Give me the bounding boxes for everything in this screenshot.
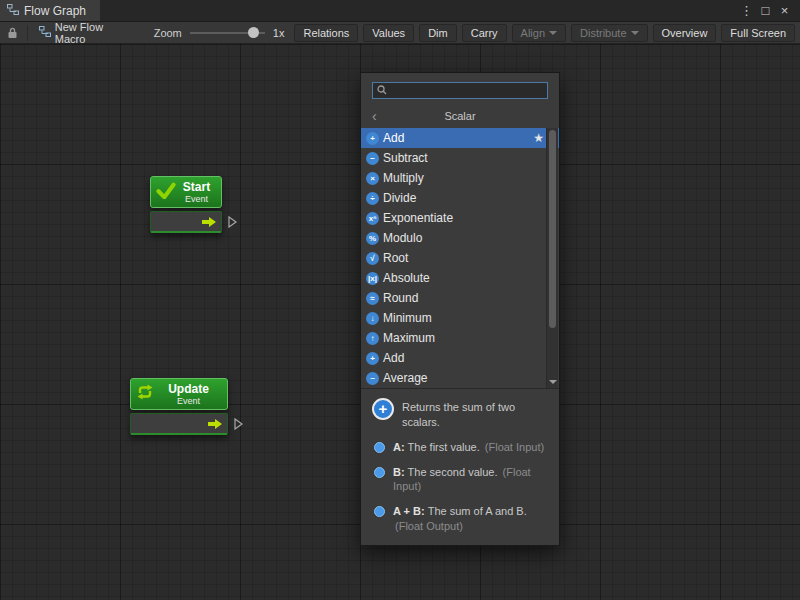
toolbar-separator	[27, 25, 28, 41]
dim-button[interactable]: Dim	[419, 24, 457, 42]
back-chevron-icon[interactable]: ‹	[372, 110, 377, 122]
multiply-icon: ×	[366, 172, 379, 185]
flow-graph-icon	[7, 4, 19, 18]
scroll-down-icon[interactable]	[547, 376, 558, 388]
macro-name-button[interactable]: New Flow Macro	[35, 21, 123, 45]
absolute-icon: |x|	[366, 272, 379, 285]
node-start-ports[interactable]	[150, 211, 222, 233]
zoom-value: 1x	[273, 27, 285, 39]
fullscreen-button[interactable]: Full Screen	[721, 24, 795, 42]
macro-name-label: New Flow Macro	[55, 21, 119, 45]
description-panel: + Returns the sum of two scalars. A:The …	[361, 388, 559, 545]
graph-toolbar: New Flow Macro Zoom 1x Relations Values …	[0, 22, 800, 44]
round-icon: ≈	[366, 292, 379, 305]
output-trigger-port[interactable]	[228, 216, 237, 228]
zoom-slider[interactable]	[190, 24, 265, 42]
tab-flow-graph[interactable]: Flow Graph	[0, 0, 100, 21]
add-icon-large: +	[372, 398, 394, 420]
breadcrumb-label: Scalar	[444, 110, 475, 122]
align-dropdown[interactable]: Align	[512, 24, 566, 42]
port-name: A:	[393, 441, 405, 453]
align-label: Align	[521, 27, 545, 39]
port-desc: The second value.	[408, 466, 498, 478]
item-label: Multiply	[383, 171, 424, 185]
add-icon: +	[366, 132, 379, 145]
zoom-label: Zoom	[154, 27, 182, 39]
add-icon: +	[366, 352, 379, 365]
breadcrumb: ‹ Scalar	[361, 103, 559, 128]
favorite-star-icon[interactable]: ★	[533, 131, 544, 145]
graph-canvas[interactable]: Start Event Update Event	[0, 44, 800, 600]
item-label: Absolute	[383, 271, 430, 285]
subtract-icon: −	[366, 152, 379, 165]
tab-title: Flow Graph	[24, 4, 86, 18]
close-icon[interactable]: ×	[775, 0, 794, 22]
item-label: Modulo	[383, 231, 422, 245]
node-update-ports[interactable]	[130, 413, 228, 435]
list-item-add-generic[interactable]: + Add	[361, 348, 559, 368]
relations-button[interactable]: Relations	[294, 24, 358, 42]
node-title: Update	[168, 382, 209, 396]
node-start-header[interactable]: Start Event	[150, 176, 222, 208]
node-update-event[interactable]: Update Event	[130, 378, 228, 435]
list-item-maximum[interactable]: ↑ Maximum	[361, 328, 559, 348]
list-item-add[interactable]: + Add ★	[361, 128, 559, 148]
maximum-icon: ↑	[366, 332, 379, 345]
port-name: A + B:	[393, 505, 425, 517]
port-name: B:	[393, 466, 405, 478]
menu-icon[interactable]: ⋮	[737, 0, 756, 22]
port-description-a: A:The first value. (Float Input)	[372, 440, 548, 455]
distribute-label: Distribute	[580, 27, 626, 39]
title-bar: Flow Graph ⋮ □ ×	[0, 0, 800, 22]
node-start-event[interactable]: Start Event	[150, 176, 222, 233]
list-item-exponentiate[interactable]: xⁿ Exponentiate	[361, 208, 559, 228]
distribute-dropdown[interactable]: Distribute	[571, 24, 647, 42]
scrollbar[interactable]	[546, 128, 558, 388]
list-item-multiply[interactable]: × Multiply	[361, 168, 559, 188]
port-type: (Float Output)	[395, 520, 463, 532]
list-item-minimum[interactable]: ↓ Minimum	[361, 308, 559, 328]
exponentiate-icon: xⁿ	[366, 212, 379, 225]
list-item-root[interactable]: √ Root	[361, 248, 559, 268]
fuzzy-finder: ‹ Scalar + Add ★ − Subtract × Multiply ÷…	[360, 72, 560, 546]
macro-icon	[39, 26, 51, 39]
flow-arrow-icon	[208, 415, 222, 433]
window-controls: ⋮ □ ×	[737, 0, 800, 21]
modulo-icon: %	[366, 232, 379, 245]
divide-icon: ÷	[366, 192, 379, 205]
overview-button[interactable]: Overview	[653, 24, 717, 42]
search-input[interactable]	[391, 85, 543, 97]
output-trigger-port[interactable]	[234, 418, 243, 430]
list-item-modulo[interactable]: % Modulo	[361, 228, 559, 248]
item-label: Exponentiate	[383, 211, 453, 225]
node-update-header[interactable]: Update Event	[130, 378, 228, 410]
zoom-slider-thumb[interactable]	[248, 27, 259, 38]
scrollbar-thumb[interactable]	[549, 130, 556, 328]
item-label: Round	[383, 291, 418, 305]
list-item-absolute[interactable]: |x| Absolute	[361, 268, 559, 288]
port-type: (Float Input)	[485, 441, 544, 453]
average-icon: ~	[366, 372, 379, 385]
list-item-average[interactable]: ~ Average	[361, 368, 559, 388]
description-summary: Returns the sum of two scalars.	[402, 398, 548, 430]
search-box[interactable]	[372, 82, 548, 99]
list-item-subtract[interactable]: − Subtract	[361, 148, 559, 168]
carry-button[interactable]: Carry	[462, 24, 507, 42]
port-desc: The first value.	[408, 441, 480, 453]
maximize-icon[interactable]: □	[756, 0, 775, 22]
lock-icon[interactable]	[5, 27, 20, 39]
item-label: Add	[383, 351, 404, 365]
item-label: Average	[383, 371, 427, 385]
list-item-divide[interactable]: ÷ Divide	[361, 188, 559, 208]
flow-arrow-icon	[202, 213, 216, 231]
item-label: Add	[383, 131, 404, 145]
port-dot-icon	[374, 467, 385, 478]
check-icon	[156, 182, 176, 203]
port-desc: The sum of A and B.	[428, 505, 527, 517]
search-icon	[377, 84, 387, 98]
values-button[interactable]: Values	[363, 24, 414, 42]
node-subtitle: Event	[177, 396, 200, 406]
list-item-round[interactable]: ≈ Round	[361, 288, 559, 308]
node-title: Start	[183, 180, 210, 194]
item-label: Root	[383, 251, 408, 265]
